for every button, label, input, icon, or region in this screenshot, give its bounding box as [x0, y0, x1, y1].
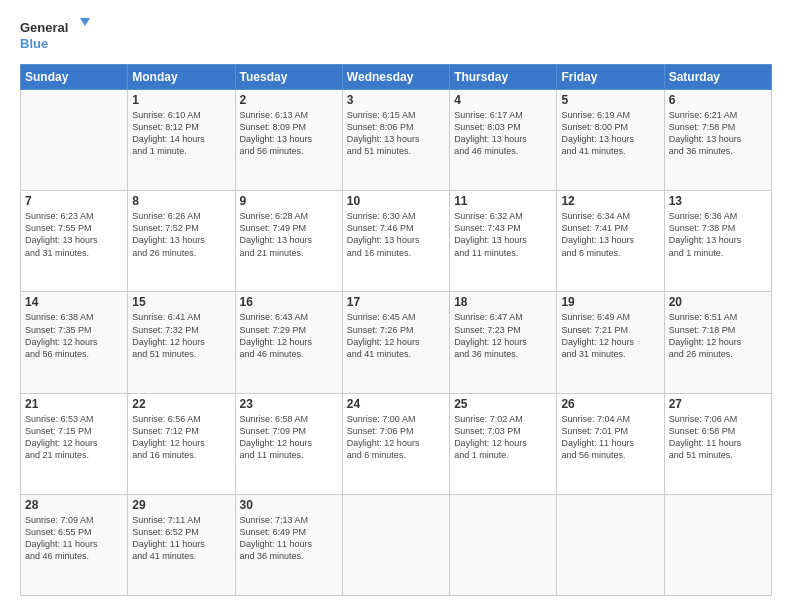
day-info: Sunrise: 6:21 AMSunset: 7:58 PMDaylight:… — [669, 109, 767, 158]
calendar-cell: 24Sunrise: 7:00 AMSunset: 7:06 PMDayligh… — [342, 393, 449, 494]
day-info: Sunrise: 6:45 AMSunset: 7:26 PMDaylight:… — [347, 311, 445, 360]
day-number: 4 — [454, 93, 552, 107]
header: General Blue — [20, 16, 772, 54]
calendar-cell: 20Sunrise: 6:51 AMSunset: 7:18 PMDayligh… — [664, 292, 771, 393]
calendar-cell: 18Sunrise: 6:47 AMSunset: 7:23 PMDayligh… — [450, 292, 557, 393]
day-number: 10 — [347, 194, 445, 208]
day-info: Sunrise: 6:43 AMSunset: 7:29 PMDaylight:… — [240, 311, 338, 360]
calendar-cell — [342, 494, 449, 595]
day-number: 17 — [347, 295, 445, 309]
day-number: 13 — [669, 194, 767, 208]
svg-marker-2 — [80, 18, 90, 26]
day-info: Sunrise: 7:11 AMSunset: 6:52 PMDaylight:… — [132, 514, 230, 563]
day-number: 28 — [25, 498, 123, 512]
col-header-sunday: Sunday — [21, 65, 128, 90]
day-number: 15 — [132, 295, 230, 309]
day-number: 8 — [132, 194, 230, 208]
day-info: Sunrise: 6:28 AMSunset: 7:49 PMDaylight:… — [240, 210, 338, 259]
day-number: 6 — [669, 93, 767, 107]
page: General Blue SundayMondayTuesdayWednesda… — [0, 0, 792, 612]
day-info: Sunrise: 6:38 AMSunset: 7:35 PMDaylight:… — [25, 311, 123, 360]
calendar-week-3: 14Sunrise: 6:38 AMSunset: 7:35 PMDayligh… — [21, 292, 772, 393]
day-number: 16 — [240, 295, 338, 309]
day-number: 11 — [454, 194, 552, 208]
col-header-tuesday: Tuesday — [235, 65, 342, 90]
day-number: 30 — [240, 498, 338, 512]
day-info: Sunrise: 7:09 AMSunset: 6:55 PMDaylight:… — [25, 514, 123, 563]
day-number: 23 — [240, 397, 338, 411]
calendar-cell: 30Sunrise: 7:13 AMSunset: 6:49 PMDayligh… — [235, 494, 342, 595]
day-number: 9 — [240, 194, 338, 208]
svg-text:General: General — [20, 20, 68, 35]
calendar-cell — [664, 494, 771, 595]
day-number: 1 — [132, 93, 230, 107]
day-number: 3 — [347, 93, 445, 107]
day-info: Sunrise: 6:13 AMSunset: 8:09 PMDaylight:… — [240, 109, 338, 158]
col-header-friday: Friday — [557, 65, 664, 90]
day-info: Sunrise: 7:04 AMSunset: 7:01 PMDaylight:… — [561, 413, 659, 462]
day-info: Sunrise: 7:06 AMSunset: 6:58 PMDaylight:… — [669, 413, 767, 462]
calendar-cell: 23Sunrise: 6:58 AMSunset: 7:09 PMDayligh… — [235, 393, 342, 494]
calendar-week-5: 28Sunrise: 7:09 AMSunset: 6:55 PMDayligh… — [21, 494, 772, 595]
day-info: Sunrise: 6:47 AMSunset: 7:23 PMDaylight:… — [454, 311, 552, 360]
calendar-cell: 26Sunrise: 7:04 AMSunset: 7:01 PMDayligh… — [557, 393, 664, 494]
calendar-cell: 7Sunrise: 6:23 AMSunset: 7:55 PMDaylight… — [21, 191, 128, 292]
day-info: Sunrise: 6:15 AMSunset: 8:06 PMDaylight:… — [347, 109, 445, 158]
calendar-cell: 16Sunrise: 6:43 AMSunset: 7:29 PMDayligh… — [235, 292, 342, 393]
calendar-cell: 13Sunrise: 6:36 AMSunset: 7:38 PMDayligh… — [664, 191, 771, 292]
day-number: 5 — [561, 93, 659, 107]
day-info: Sunrise: 7:00 AMSunset: 7:06 PMDaylight:… — [347, 413, 445, 462]
day-info: Sunrise: 7:13 AMSunset: 6:49 PMDaylight:… — [240, 514, 338, 563]
day-info: Sunrise: 6:51 AMSunset: 7:18 PMDaylight:… — [669, 311, 767, 360]
calendar-cell: 3Sunrise: 6:15 AMSunset: 8:06 PMDaylight… — [342, 90, 449, 191]
day-number: 7 — [25, 194, 123, 208]
calendar-cell: 17Sunrise: 6:45 AMSunset: 7:26 PMDayligh… — [342, 292, 449, 393]
day-info: Sunrise: 6:53 AMSunset: 7:15 PMDaylight:… — [25, 413, 123, 462]
day-info: Sunrise: 6:49 AMSunset: 7:21 PMDaylight:… — [561, 311, 659, 360]
calendar-cell: 1Sunrise: 6:10 AMSunset: 8:12 PMDaylight… — [128, 90, 235, 191]
day-info: Sunrise: 7:02 AMSunset: 7:03 PMDaylight:… — [454, 413, 552, 462]
calendar-cell: 21Sunrise: 6:53 AMSunset: 7:15 PMDayligh… — [21, 393, 128, 494]
calendar-header-row: SundayMondayTuesdayWednesdayThursdayFrid… — [21, 65, 772, 90]
calendar-cell: 10Sunrise: 6:30 AMSunset: 7:46 PMDayligh… — [342, 191, 449, 292]
day-info: Sunrise: 6:17 AMSunset: 8:03 PMDaylight:… — [454, 109, 552, 158]
calendar-week-4: 21Sunrise: 6:53 AMSunset: 7:15 PMDayligh… — [21, 393, 772, 494]
day-info: Sunrise: 6:56 AMSunset: 7:12 PMDaylight:… — [132, 413, 230, 462]
calendar-cell: 25Sunrise: 7:02 AMSunset: 7:03 PMDayligh… — [450, 393, 557, 494]
day-info: Sunrise: 6:36 AMSunset: 7:38 PMDaylight:… — [669, 210, 767, 259]
logo: General Blue — [20, 16, 90, 54]
calendar-cell — [557, 494, 664, 595]
day-number: 18 — [454, 295, 552, 309]
calendar-cell: 29Sunrise: 7:11 AMSunset: 6:52 PMDayligh… — [128, 494, 235, 595]
calendar-cell: 4Sunrise: 6:17 AMSunset: 8:03 PMDaylight… — [450, 90, 557, 191]
calendar-cell: 8Sunrise: 6:26 AMSunset: 7:52 PMDaylight… — [128, 191, 235, 292]
day-number: 2 — [240, 93, 338, 107]
day-number: 21 — [25, 397, 123, 411]
day-number: 14 — [25, 295, 123, 309]
logo-svg: General Blue — [20, 16, 90, 54]
day-number: 22 — [132, 397, 230, 411]
day-number: 24 — [347, 397, 445, 411]
calendar-cell: 12Sunrise: 6:34 AMSunset: 7:41 PMDayligh… — [557, 191, 664, 292]
day-info: Sunrise: 6:30 AMSunset: 7:46 PMDaylight:… — [347, 210, 445, 259]
calendar-cell: 15Sunrise: 6:41 AMSunset: 7:32 PMDayligh… — [128, 292, 235, 393]
day-number: 29 — [132, 498, 230, 512]
calendar-cell: 5Sunrise: 6:19 AMSunset: 8:00 PMDaylight… — [557, 90, 664, 191]
calendar-cell: 11Sunrise: 6:32 AMSunset: 7:43 PMDayligh… — [450, 191, 557, 292]
calendar-cell — [450, 494, 557, 595]
day-info: Sunrise: 6:10 AMSunset: 8:12 PMDaylight:… — [132, 109, 230, 158]
calendar-cell: 28Sunrise: 7:09 AMSunset: 6:55 PMDayligh… — [21, 494, 128, 595]
calendar-cell: 27Sunrise: 7:06 AMSunset: 6:58 PMDayligh… — [664, 393, 771, 494]
calendar-cell: 6Sunrise: 6:21 AMSunset: 7:58 PMDaylight… — [664, 90, 771, 191]
day-number: 12 — [561, 194, 659, 208]
calendar-cell: 22Sunrise: 6:56 AMSunset: 7:12 PMDayligh… — [128, 393, 235, 494]
day-number: 19 — [561, 295, 659, 309]
calendar-table: SundayMondayTuesdayWednesdayThursdayFrid… — [20, 64, 772, 596]
day-info: Sunrise: 6:23 AMSunset: 7:55 PMDaylight:… — [25, 210, 123, 259]
col-header-wednesday: Wednesday — [342, 65, 449, 90]
day-info: Sunrise: 6:34 AMSunset: 7:41 PMDaylight:… — [561, 210, 659, 259]
col-header-monday: Monday — [128, 65, 235, 90]
day-number: 27 — [669, 397, 767, 411]
calendar-cell: 9Sunrise: 6:28 AMSunset: 7:49 PMDaylight… — [235, 191, 342, 292]
day-info: Sunrise: 6:32 AMSunset: 7:43 PMDaylight:… — [454, 210, 552, 259]
